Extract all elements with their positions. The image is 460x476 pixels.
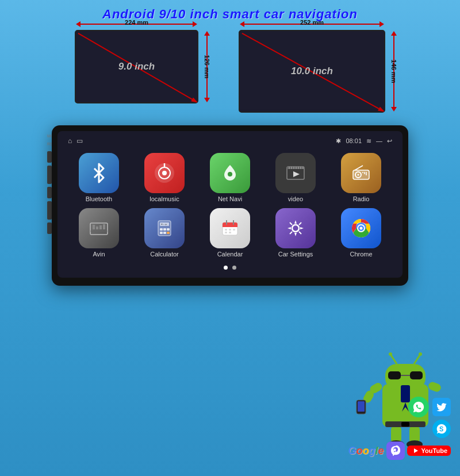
calculator-icon-bg: = - +: [144, 208, 185, 248]
svg-rect-62: [388, 371, 401, 379]
svg-line-53: [290, 232, 292, 234]
localmusic-label: localmusic: [150, 195, 179, 202]
chrome-icon-bg: [341, 208, 381, 248]
app-netnavi[interactable]: Net Navi: [200, 153, 260, 202]
svg-rect-49: [229, 232, 231, 233]
app-calculator[interactable]: = - + Calculator: [135, 208, 194, 258]
app-calendar[interactable]: Calendar: [200, 208, 260, 258]
netnavi-label: Net Navi: [218, 195, 242, 202]
svg-point-59: [360, 227, 363, 230]
social-icons-container: Google YouTube: [348, 397, 451, 460]
back-icon: ↩: [387, 137, 392, 145]
svg-rect-63: [410, 371, 423, 379]
page-title: Android 9/10 inch smart car navigation: [0, 0, 460, 22]
minimize-icon: —: [376, 137, 382, 144]
calculator-label: Calculator: [150, 251, 179, 258]
dim10-width: 252 mm: [300, 19, 324, 26]
app-localmusic[interactable]: localmusic: [135, 153, 194, 202]
diagram-10inch: 252 mm 146 mm 10.0 inch: [239, 30, 385, 113]
time-display: 08:01: [346, 137, 362, 144]
svg-point-8: [228, 172, 232, 176]
google-text: Google: [348, 445, 384, 457]
svg-rect-42: [223, 225, 237, 227]
car-unit: ⌂ ▭ ✱ 08:01 ≋ — ↩: [52, 125, 408, 286]
avin-icon-bg: [79, 208, 119, 248]
avin-label: Avin: [93, 251, 105, 258]
radio-icon-bg: [341, 153, 381, 193]
svg-rect-28: [96, 227, 98, 229]
svg-line-52: [299, 222, 301, 225]
svg-point-50: [292, 225, 299, 232]
radio-label: Radio: [353, 195, 370, 202]
diagram-9inch: 224 mm 126 mm 9.0 inch: [75, 30, 198, 113]
calendar-icon-bg: [210, 208, 250, 248]
svg-rect-69: [369, 381, 384, 394]
svg-rect-27: [93, 225, 95, 229]
svg-text:= - +: = - +: [161, 222, 167, 226]
svg-rect-45: [225, 229, 227, 231]
youtube-icon: YouTube: [407, 446, 451, 456]
bluetooth-status-icon: ✱: [336, 137, 341, 145]
video-label: video: [288, 195, 303, 202]
svg-rect-29: [99, 225, 102, 229]
twitter-icon: [432, 398, 451, 416]
app-grid: Bluetooth localmusic: [64, 151, 396, 260]
svg-rect-38: [167, 232, 170, 234]
dot-2: [232, 266, 236, 270]
svg-line-54: [299, 232, 301, 234]
video-icon-bg: [275, 153, 316, 193]
app-bluetooth[interactable]: Bluetooth: [69, 153, 129, 202]
dim9-width: 224 mm: [125, 19, 148, 26]
svg-point-68: [419, 352, 422, 356]
dim10-label: 10.0 inch: [291, 66, 333, 77]
svg-rect-30: [103, 224, 105, 229]
svg-rect-37: [163, 232, 166, 234]
svg-rect-61: [385, 364, 425, 390]
dim9-height: 126 mm: [204, 55, 211, 79]
app-carsettings[interactable]: Car Settings: [266, 208, 325, 258]
app-avin[interactable]: Avin: [69, 208, 129, 258]
netnavi-icon-bg: [210, 153, 250, 193]
bluetooth-label: Bluetooth: [86, 195, 112, 202]
svg-point-21: [358, 174, 359, 176]
svg-point-6: [162, 171, 167, 175]
bluetooth-icon-bg: [79, 153, 119, 193]
carsettings-label: Car Settings: [278, 251, 313, 258]
viber-icon: [386, 442, 405, 460]
signal-icon: ≋: [366, 137, 371, 145]
svg-rect-34: [163, 228, 166, 231]
svg-rect-35: [167, 228, 170, 231]
svg-rect-33: [160, 228, 163, 231]
skype-icon: [432, 420, 451, 438]
app-radio[interactable]: Radio: [331, 153, 391, 202]
page-dots: [64, 266, 396, 270]
svg-rect-48: [225, 232, 227, 233]
dim10-height: 146 mm: [391, 60, 398, 83]
svg-line-51: [290, 222, 292, 225]
svg-line-65: [391, 355, 397, 364]
minimize-status-icon: ▭: [76, 137, 83, 145]
svg-rect-47: [233, 229, 235, 231]
app-video[interactable]: video: [266, 153, 325, 202]
chrome-label: Chrome: [350, 251, 372, 258]
calendar-label: Calendar: [217, 251, 243, 258]
svg-rect-46: [229, 229, 231, 231]
svg-rect-36: [160, 232, 163, 234]
svg-marker-82: [414, 448, 418, 453]
localmusic-icon-bg: [144, 153, 185, 193]
whatsapp-icon: [408, 397, 429, 417]
svg-marker-18: [293, 171, 300, 177]
car-screen: ⌂ ▭ ✱ 08:01 ≋ — ↩: [57, 131, 402, 278]
carsettings-icon-bg: [275, 208, 316, 248]
svg-point-66: [389, 352, 392, 356]
dot-1: [224, 266, 228, 270]
status-bar: ⌂ ▭ ✱ 08:01 ≋ — ↩: [64, 136, 396, 146]
app-chrome[interactable]: Chrome: [331, 208, 391, 258]
home-status-icon: ⌂: [68, 137, 72, 145]
dim9-label: 9.0 inch: [118, 61, 155, 72]
svg-line-67: [414, 355, 420, 364]
svg-rect-71: [427, 381, 442, 393]
